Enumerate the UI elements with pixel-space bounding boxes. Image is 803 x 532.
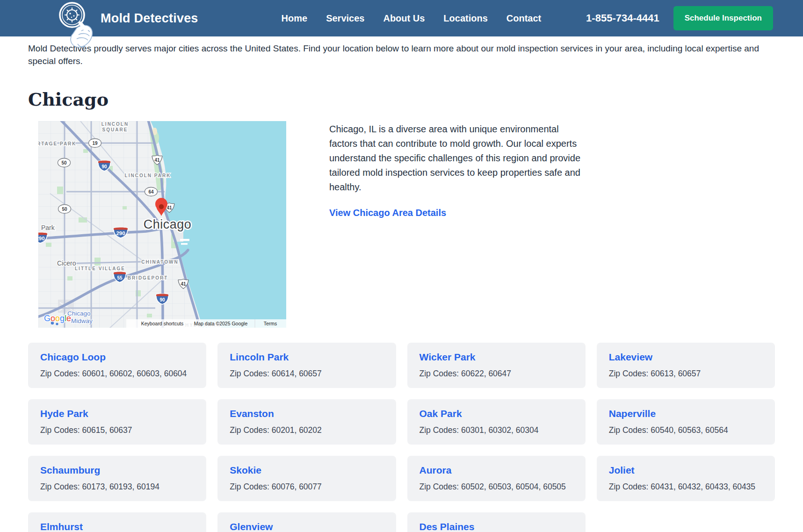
area-zip-codes: Zip Codes: 60614, 60657 bbox=[230, 369, 383, 379]
city-overview-row: LINCOLN SQUARE PORTAGE PARK LINCOLN PARK… bbox=[28, 121, 775, 328]
area-card-chicago-loop: Chicago Loop Zip Codes: 60601, 60602, 60… bbox=[28, 343, 206, 388]
map-data-attribution: Map data ©2025 Google bbox=[194, 321, 248, 326]
nav-about-us[interactable]: About Us bbox=[383, 13, 425, 24]
area-zip-codes: Zip Codes: 60615, 60637 bbox=[40, 425, 194, 435]
area-card-glenview: Glenview Zip Codes: 60025, 60026 bbox=[217, 512, 396, 532]
area-zip-codes: Zip Codes: 60622, 60647 bbox=[420, 369, 573, 379]
area-zip-codes: Zip Codes: 60076, 60077 bbox=[230, 482, 383, 492]
area-link-elmhurst[interactable]: Elmhurst bbox=[40, 521, 83, 532]
area-link-aurora[interactable]: Aurora bbox=[420, 465, 452, 475]
svg-text:PORTAGE PARK: PORTAGE PARK bbox=[38, 141, 77, 146]
area-card-oak-park: Oak Park Zip Codes: 60301, 60302, 60304 bbox=[407, 399, 586, 445]
area-zip-codes: Zip Codes: 60613, 60657 bbox=[609, 369, 763, 379]
nav-locations[interactable]: Locations bbox=[443, 13, 487, 24]
area-link-wicker-park[interactable]: Wicker Park bbox=[420, 352, 476, 362]
area-zip-codes: Zip Codes: 60301, 60302, 60304 bbox=[420, 425, 573, 435]
page-main: Mold Detectives proudly serves major cit… bbox=[0, 42, 803, 532]
svg-text:64: 64 bbox=[148, 189, 154, 194]
map-midway-label: Chicago Midway bbox=[67, 310, 93, 324]
area-link-skokie[interactable]: Skokie bbox=[230, 465, 261, 475]
mold-spore-icon bbox=[65, 8, 79, 22]
area-card-joliet: Joliet Zip Codes: 60431, 60432, 60433, 6… bbox=[597, 456, 775, 501]
area-card-naperville: Naperville Zip Codes: 60540, 60563, 6056… bbox=[597, 399, 775, 445]
area-link-des-plaines[interactable]: Des Plaines bbox=[420, 521, 475, 532]
svg-text:Cicero: Cicero bbox=[57, 259, 76, 267]
area-link-naperville[interactable]: Naperville bbox=[609, 408, 656, 419]
intro-text: Mold Detectives proudly serves major cit… bbox=[28, 42, 775, 67]
svg-text:41: 41 bbox=[166, 205, 172, 210]
svg-text:LINCOLN PARK: LINCOLN PARK bbox=[125, 173, 171, 178]
keyboard-shortcuts-link[interactable]: Keyboard shortcuts bbox=[141, 321, 183, 326]
svg-text:55: 55 bbox=[117, 275, 123, 280]
nav-home[interactable]: Home bbox=[282, 13, 308, 24]
svg-text:Park: Park bbox=[41, 224, 55, 231]
schedule-inspection-button[interactable]: Schedule Inspection bbox=[673, 6, 773, 30]
area-link-hyde-park[interactable]: Hyde Park bbox=[40, 408, 88, 419]
svg-text:90: 90 bbox=[101, 164, 107, 169]
area-card-wicker-park: Wicker Park Zip Codes: 60622, 60647 bbox=[407, 343, 586, 388]
svg-text:CHINATOWN: CHINATOWN bbox=[141, 259, 178, 265]
svg-text:41: 41 bbox=[181, 281, 186, 287]
map-attribution-bar: Keyboard shortcuts Map data ©2025 Google… bbox=[126, 319, 286, 328]
city-description: Chicago, IL is a diverse area with uniqu… bbox=[329, 122, 582, 194]
area-link-lincoln-park[interactable]: Lincoln Park bbox=[230, 352, 289, 362]
area-link-evanston[interactable]: Evanston bbox=[230, 408, 274, 419]
svg-text:LINCOLN: LINCOLN bbox=[101, 122, 129, 127]
svg-text:LITTLE VILLAGE: LITTLE VILLAGE bbox=[75, 266, 125, 271]
view-area-details-link[interactable]: View Chicago Area Details bbox=[329, 208, 446, 218]
area-card-skokie: Skokie Zip Codes: 60076, 60077 bbox=[217, 456, 396, 501]
google-logo[interactable]: Google bbox=[44, 314, 71, 323]
nav-services[interactable]: Services bbox=[326, 13, 364, 24]
area-card-lincoln-park: Lincoln Park Zip Codes: 60614, 60657 bbox=[217, 343, 396, 388]
area-zip-codes: Zip Codes: 60173, 60193, 60194 bbox=[40, 482, 194, 492]
area-link-oak-park[interactable]: Oak Park bbox=[420, 408, 462, 419]
area-card-elmhurst: Elmhurst Zip Codes: 60126 bbox=[28, 512, 206, 532]
area-zip-codes: Zip Codes: 60601, 60602, 60603, 60604 bbox=[40, 369, 194, 379]
city-heading: Chicago bbox=[28, 89, 775, 110]
google-map-embed[interactable]: LINCOLN SQUARE PORTAGE PARK LINCOLN PARK… bbox=[38, 121, 286, 328]
map-city-label: Chicago bbox=[144, 217, 192, 231]
svg-text:19: 19 bbox=[92, 141, 98, 146]
main-nav: Home Services About Us Locations Contact bbox=[282, 13, 542, 24]
nav-contact[interactable]: Contact bbox=[506, 13, 541, 24]
terms-link[interactable]: Terms bbox=[264, 321, 277, 326]
area-zip-codes: Zip Codes: 60540, 60563, 60564 bbox=[609, 425, 763, 435]
area-card-des-plaines: Des Plaines Zip Codes: 60016, 60017, 600… bbox=[407, 512, 586, 532]
svg-text:90: 90 bbox=[159, 297, 165, 302]
svg-text:SQUARE: SQUARE bbox=[102, 127, 128, 132]
area-card-hyde-park: Hyde Park Zip Codes: 60615, 60637 bbox=[28, 399, 206, 445]
map-navy-pier bbox=[180, 239, 189, 241]
area-zip-codes: Zip Codes: 60431, 60432, 60433, 60435 bbox=[609, 482, 763, 492]
area-card-lakeview: Lakeview Zip Codes: 60613, 60657 bbox=[597, 343, 775, 388]
city-description-column: Chicago, IL is a diverse area with uniqu… bbox=[329, 121, 582, 328]
svg-text:Midway: Midway bbox=[71, 317, 93, 324]
svg-text:290: 290 bbox=[38, 236, 45, 241]
svg-text:50: 50 bbox=[62, 207, 67, 212]
area-link-joliet[interactable]: Joliet bbox=[609, 465, 635, 475]
area-card-schaumburg: Schaumburg Zip Codes: 60173, 60193, 6019… bbox=[28, 456, 206, 501]
svg-text:290: 290 bbox=[116, 231, 125, 236]
area-link-glenview[interactable]: Glenview bbox=[230, 521, 273, 532]
area-link-lakeview[interactable]: Lakeview bbox=[609, 352, 652, 362]
svg-text:41: 41 bbox=[154, 158, 160, 163]
area-link-schaumburg[interactable]: Schaumburg bbox=[40, 465, 100, 475]
area-card-aurora: Aurora Zip Codes: 60502, 60503, 60504, 6… bbox=[407, 456, 586, 501]
area-zip-codes: Zip Codes: 60201, 60202 bbox=[230, 425, 383, 435]
area-zip-codes: Zip Codes: 60502, 60503, 60504, 60505 bbox=[420, 482, 573, 492]
area-cards-grid: Chicago Loop Zip Codes: 60601, 60602, 60… bbox=[28, 343, 775, 532]
area-card-evanston: Evanston Zip Codes: 60201, 60202 bbox=[217, 399, 396, 445]
site-header: Mold Detectives Home Services About Us L… bbox=[0, 0, 803, 36]
svg-text:BRIDGEPORT: BRIDGEPORT bbox=[128, 275, 168, 280]
phone-number[interactable]: 1-855-734-4441 bbox=[586, 12, 659, 24]
brand-name: Mold Detectives bbox=[101, 11, 198, 26]
brand-logo-icon bbox=[54, 1, 99, 51]
svg-text:50: 50 bbox=[61, 160, 67, 165]
area-link-chicago-loop[interactable]: Chicago Loop bbox=[40, 352, 106, 362]
